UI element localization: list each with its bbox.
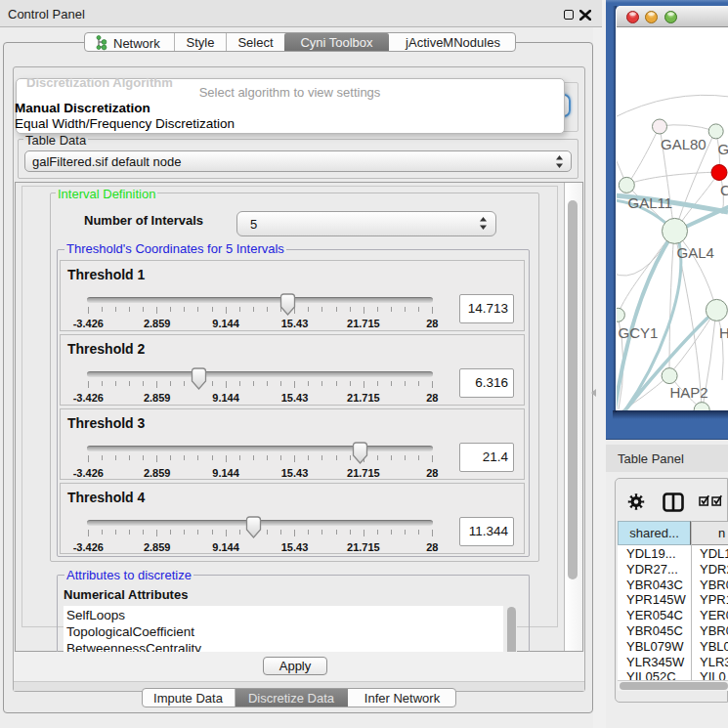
svg-text:GA: GA <box>718 141 728 157</box>
svg-text:HAP2: HAP2 <box>670 384 708 401</box>
svg-text:GCY1: GCY1 <box>619 324 659 341</box>
svg-text:GAL11: GAL11 <box>628 194 673 211</box>
svg-text:GAL80: GAL80 <box>661 136 707 152</box>
svg-text:C: C <box>720 182 728 198</box>
svg-text:H: H <box>719 324 728 341</box>
svg-text:GAL4: GAL4 <box>677 244 714 261</box>
